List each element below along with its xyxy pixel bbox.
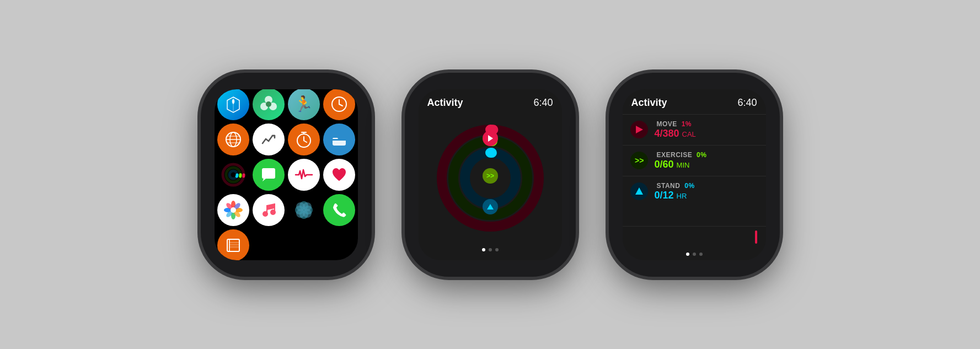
app-icon-breathe[interactable]	[288, 194, 320, 226]
svg-point-0	[232, 99, 234, 101]
exercise-value: 0/60 MIN	[655, 159, 707, 170]
app-icon-sleep[interactable]	[323, 124, 355, 155]
svg-marker-62	[487, 204, 494, 210]
app-icon-ecg[interactable]	[288, 159, 320, 191]
dot-1	[686, 253, 689, 256]
stand-icon	[630, 182, 648, 200]
svg-marker-60	[488, 135, 493, 142]
app-icon-phone[interactable]	[323, 194, 355, 226]
stand-value: 0/12 HR	[655, 190, 695, 201]
move-percent: 1%	[682, 120, 692, 128]
svg-line-7	[339, 104, 342, 106]
stand-text: STAND 0% 0/12 HR	[655, 182, 695, 201]
stand-percent: 0%	[684, 182, 694, 190]
watch-1: 🏃	[201, 73, 372, 277]
exercise-text: EXERCISE 0% 0/60 MIN	[655, 151, 707, 170]
app-grid: 🏃	[215, 89, 358, 260]
app-icon-heart[interactable]	[323, 159, 355, 191]
app-icon-messages[interactable]	[253, 159, 285, 191]
move-arrow-icon	[634, 124, 645, 135]
watch3-bottom	[623, 226, 766, 260]
watch-2: Activity 6:40	[405, 73, 576, 277]
app-icon-bloom[interactable]	[253, 89, 285, 120]
watch-3: Activity 6:40 MOVE 1% 4/380 CAL	[609, 73, 780, 277]
move-icon	[630, 121, 648, 138]
app-icon-globe[interactable]	[217, 124, 249, 155]
svg-marker-65	[635, 187, 643, 195]
scroll-indicator	[755, 230, 757, 244]
watch2-title: Activity	[427, 97, 463, 109]
move-row: MOVE 1% 4/380 CAL	[623, 114, 766, 145]
exercise-label: EXERCISE 0%	[655, 151, 707, 159]
exercise-icon: >>	[630, 152, 648, 169]
watch2-screen: Activity 6:40	[419, 89, 562, 260]
dot-3	[495, 248, 499, 251]
stand-arrow-icon	[634, 186, 645, 197]
svg-rect-20	[333, 139, 346, 141]
dot-2	[489, 248, 492, 251]
scroll-area	[623, 226, 766, 248]
svg-point-36	[231, 207, 236, 213]
app-icon-activity[interactable]	[217, 159, 249, 191]
app-icon-music[interactable]	[253, 194, 285, 226]
exercise-arrow-icon: >>	[483, 168, 498, 184]
stand-label: STAND 0%	[655, 182, 695, 190]
move-arrow-icon	[483, 131, 498, 146]
app-icon-clock[interactable]	[323, 89, 355, 120]
svg-point-4	[266, 101, 271, 107]
activity-rings: >>	[435, 123, 545, 233]
svg-text:>>: >>	[486, 172, 494, 180]
watch3-header: Activity 6:40	[623, 89, 766, 114]
watch2-header: Activity 6:40	[427, 97, 553, 109]
watch2-time: 6:40	[533, 97, 553, 109]
app-icon-maps[interactable]	[217, 89, 249, 120]
dot-3	[699, 253, 703, 256]
watch3-screen: Activity 6:40 MOVE 1% 4/380 CAL	[623, 89, 766, 260]
app-icon-timer[interactable]	[288, 124, 320, 155]
stand-row: STAND 0% 0/12 HR	[623, 176, 766, 207]
exercise-arrow-icon: >>	[634, 155, 645, 166]
svg-text:>>: >>	[635, 156, 644, 165]
svg-marker-63	[636, 126, 643, 133]
svg-point-48	[303, 209, 312, 218]
svg-rect-50	[229, 239, 230, 251]
move-label: MOVE 1%	[655, 120, 696, 128]
svg-line-15	[304, 141, 307, 142]
watch1-screen: 🏃	[215, 89, 358, 260]
stand-arrow-icon	[483, 199, 498, 214]
exercise-percent: 0%	[697, 151, 706, 159]
move-text: MOVE 1% 4/380 CAL	[655, 120, 696, 139]
exercise-row: >> EXERCISE 0% 0/60 MIN	[623, 145, 766, 176]
watch3-title: Activity	[631, 97, 667, 109]
dot-1	[482, 248, 485, 251]
app-icon-books[interactable]	[217, 229, 249, 260]
app-icon-photos[interactable]	[217, 194, 249, 226]
page-dots-2	[482, 248, 499, 251]
app-icon-stocks[interactable]	[253, 124, 285, 155]
dot-2	[693, 253, 696, 256]
move-value: 4/380 CAL	[655, 128, 696, 139]
watch3-time: 6:40	[737, 97, 757, 109]
app-icon-workout[interactable]: 🏃	[288, 89, 320, 120]
page-dots-3	[623, 248, 766, 260]
